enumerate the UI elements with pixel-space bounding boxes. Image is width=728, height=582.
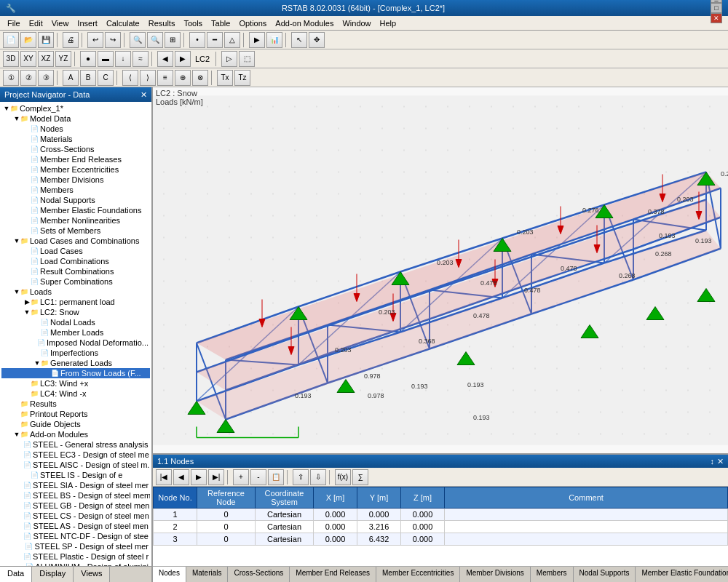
tree-item-nodal-loads[interactable]: 📄Nodal Loads: [1, 317, 150, 327]
bt-btn3[interactable]: ▶: [191, 469, 207, 485]
save-button[interactable]: 💾: [38, 32, 54, 48]
nodes-table[interactable]: Node No. Reference Node Coordinate Syste…: [153, 487, 728, 566]
new-button[interactable]: 📄: [3, 32, 19, 48]
tree-item-load-combinations[interactable]: 📄Load Combinations: [1, 256, 150, 266]
tb3-btn1[interactable]: ①: [3, 70, 19, 86]
expand-icon-addon-modules[interactable]: ▼: [13, 431, 20, 438]
view-xy[interactable]: XY: [20, 51, 36, 67]
calc-button[interactable]: ▶: [249, 32, 265, 48]
bt-btn1[interactable]: |◀: [156, 469, 172, 485]
tree-item-nodes[interactable]: 📄Nodes: [1, 124, 150, 134]
move-tool[interactable]: ✥: [309, 32, 325, 48]
nav-tab-display[interactable]: Display: [32, 567, 74, 582]
tree-item-complex1[interactable]: ▼📁Complex_1*: [1, 103, 150, 113]
tb3-btn5[interactable]: B: [80, 70, 96, 86]
tb3-btn3[interactable]: ③: [38, 70, 54, 86]
tb3-btn11[interactable]: ⊗: [192, 70, 208, 86]
menu-edit[interactable]: Edit: [25, 17, 47, 29]
tree-item-lc4[interactable]: 📁LC4: Wind -x: [1, 388, 150, 399]
bt-formula-icon[interactable]: ∑: [352, 469, 368, 485]
tree-item-from-snow[interactable]: 📄From Snow Loads (F...: [1, 368, 150, 378]
bt-btn5[interactable]: +: [233, 469, 249, 485]
tree-item-member-loads[interactable]: 📄Member Loads: [1, 327, 150, 338]
display-members[interactable]: ▬: [98, 51, 114, 67]
tree-item-result-combinations[interactable]: 📄Result Combinations: [1, 266, 150, 276]
wire-button[interactable]: ⬚: [239, 51, 255, 67]
tree-item-steel-as[interactable]: 📄STEEL AS - Design of steel men: [1, 521, 150, 531]
select-tool[interactable]: ↖: [291, 32, 307, 48]
3d-viewport[interactable]: LC2 : SnowLoads [kN/m]: [153, 87, 728, 455]
tb3-btn9[interactable]: ≡: [157, 70, 173, 86]
tree-item-steel-sp[interactable]: 📄STEEL SP - Design of steel mer: [1, 541, 150, 551]
view-xz[interactable]: XZ: [38, 51, 54, 67]
zoom-all[interactable]: ⊞: [165, 32, 181, 48]
tree-item-steel-bs[interactable]: 📄STEEL BS - Design of steel mem: [1, 490, 150, 501]
tree-item-generated-loads[interactable]: ▼📁Generated Loads: [1, 358, 150, 368]
restore-button[interactable]: □: [711, 3, 722, 13]
tree-item-cross-sections[interactable]: 📄Cross-Sections: [1, 144, 150, 154]
tree-item-lc3[interactable]: 📁LC3: Wind +x: [1, 378, 150, 388]
tree-item-imperfections[interactable]: 📄Imperfections: [1, 348, 150, 358]
prev-lc[interactable]: ◀: [157, 51, 173, 67]
bottom-expand-icon[interactable]: ↕: [711, 457, 715, 466]
bottom-close-icon[interactable]: ✕: [717, 457, 724, 466]
tree-item-load-cases-combo[interactable]: ▼📁Load Cases and Combinations: [1, 236, 150, 246]
tb3-btn10[interactable]: ⊕: [175, 70, 191, 86]
view-3d[interactable]: 3D: [3, 51, 19, 67]
zoom-out[interactable]: 🔍: [147, 32, 163, 48]
tb3-btn2[interactable]: ②: [20, 70, 36, 86]
expand-icon-load-cases-combo[interactable]: ▼: [13, 237, 20, 244]
tree-item-lc1[interactable]: ▶📁LC1: permanent load: [1, 297, 150, 307]
table-row[interactable]: 30Cartesian0.0006.4320.000: [154, 533, 728, 546]
tree-item-load-cases[interactable]: 📄Load Cases: [1, 246, 150, 256]
bottom-tab-member-end-releases[interactable]: Member End Releases: [290, 567, 376, 582]
navigator-tree[interactable]: ▼📁Complex_1*▼📁Model Data 📄Nodes 📄Materia…: [0, 102, 151, 566]
table-row[interactable]: 20Cartesian0.0003.2160.000: [154, 521, 728, 533]
next-lc[interactable]: ▶: [175, 51, 191, 67]
tree-item-member-elastic-foundations[interactable]: 📄Member Elastic Foundations: [1, 205, 150, 215]
tree-item-printout-reports[interactable]: 📁Printout Reports: [1, 409, 150, 419]
bt-btn8[interactable]: ⇧: [293, 469, 309, 485]
nav-tab-views[interactable]: Views: [74, 567, 110, 582]
menu-addon[interactable]: Add-on Modules: [271, 17, 338, 29]
tree-item-sets-of-members[interactable]: 📄Sets of Members: [1, 226, 150, 236]
bottom-tab-members[interactable]: Members: [531, 567, 574, 582]
tree-item-materials[interactable]: 📄Materials: [1, 134, 150, 144]
open-button[interactable]: 📂: [20, 32, 36, 48]
tree-item-lc2[interactable]: ▼📁LC2: Snow: [1, 307, 150, 317]
tb3-btn7[interactable]: ⟨: [122, 70, 138, 86]
menu-insert[interactable]: Insert: [73, 17, 102, 29]
tree-item-steel-general[interactable]: 📄STEEL - General stress analysis s: [1, 439, 150, 450]
expand-icon-modeldata[interactable]: ▼: [13, 115, 20, 122]
redo-button[interactable]: ↪: [105, 32, 121, 48]
expand-icon-lc2[interactable]: ▼: [23, 308, 31, 316]
tree-item-member-end-releases[interactable]: 📄Member End Releases: [1, 154, 150, 164]
bt-btn6[interactable]: -: [250, 469, 266, 485]
tree-item-guide-objects[interactable]: 📁Guide Objects: [1, 419, 150, 429]
bottom-tab-nodal-supports[interactable]: Nodal Supports: [574, 567, 636, 582]
expand-icon-complex1[interactable]: ▼: [3, 105, 10, 112]
menu-options[interactable]: Options: [234, 17, 271, 29]
tree-item-member-nonlinearities[interactable]: 📄Member Nonlinearities: [1, 215, 150, 226]
tree-item-member-divisions[interactable]: 📄Member Divisions: [1, 175, 150, 185]
menu-help[interactable]: Help: [376, 17, 401, 29]
tree-item-modeldata[interactable]: ▼📁Model Data: [1, 113, 150, 124]
animate-button[interactable]: ▷: [221, 51, 237, 67]
tree-item-loads[interactable]: ▼📁Loads: [1, 287, 150, 297]
bt-btn4[interactable]: ▶|: [208, 469, 224, 485]
print-button[interactable]: 🖨: [63, 32, 79, 48]
bottom-tab-member-elastic-foundations[interactable]: Member Elastic Foundations: [636, 567, 728, 582]
expand-icon-lc1[interactable]: ▶: [23, 298, 31, 306]
zoom-in[interactable]: 🔍: [130, 32, 146, 48]
tree-item-imposed-nodal[interactable]: 📄Imposed Nodal Deformatio...: [1, 338, 150, 348]
tree-item-super-combinations[interactable]: 📄Super Combinations: [1, 276, 150, 287]
menu-results[interactable]: Results: [144, 17, 180, 29]
menu-file[interactable]: File: [3, 17, 25, 29]
view-yz[interactable]: YZ: [55, 51, 71, 67]
tb3-btn6[interactable]: C: [98, 70, 114, 86]
bt-btn10[interactable]: f(x): [335, 469, 351, 485]
bt-btn9[interactable]: ⇩: [310, 469, 326, 485]
bt-btn2[interactable]: ◀: [173, 469, 189, 485]
bottom-tab-materials[interactable]: Materials: [186, 567, 229, 582]
member-tool[interactable]: ━: [207, 32, 223, 48]
